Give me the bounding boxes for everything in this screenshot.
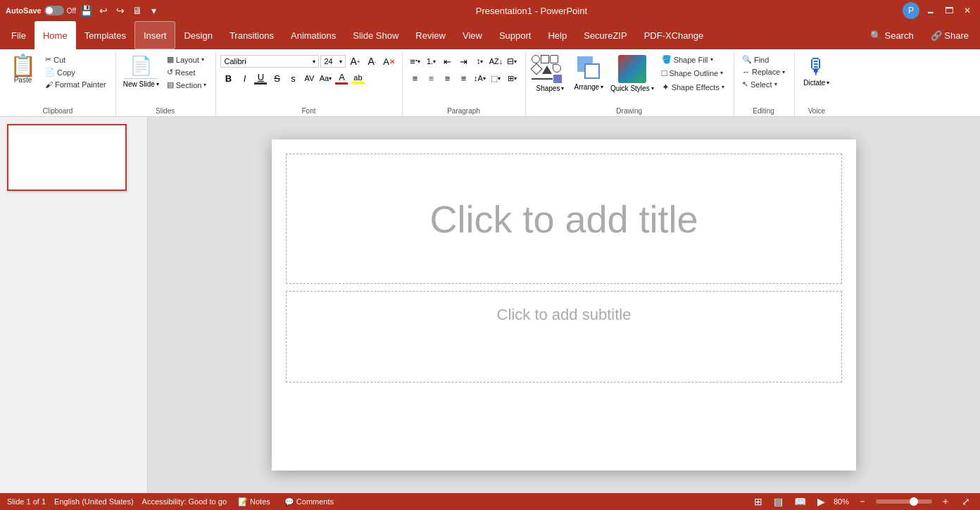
reset-label: Reset <box>175 68 196 77</box>
sort-button[interactable]: AZ↓ <box>488 54 503 69</box>
bold-button[interactable]: B <box>220 70 236 86</box>
paste-button[interactable]: 📋 Paste <box>6 54 40 85</box>
numbering-button[interactable]: 1.▾ <box>423 54 439 69</box>
shape-callout <box>553 64 561 73</box>
font-group-label: Font <box>220 106 396 116</box>
font-color-button[interactable]: A <box>334 70 349 86</box>
align-center-button[interactable]: ≡ <box>423 70 439 86</box>
dictate-button[interactable]: 🎙 Dictate ▾ <box>799 54 834 88</box>
menu-view[interactable]: View <box>454 21 491 49</box>
char-spacing-button[interactable]: AV <box>301 70 317 86</box>
text-direction-button[interactable]: ↕A▾ <box>472 70 487 86</box>
italic-button[interactable]: I <box>237 70 252 86</box>
format-painter-button[interactable]: 🖌 Format Painter <box>42 79 110 90</box>
menu-templates[interactable]: Templates <box>76 21 134 49</box>
section-button[interactable]: ▤ Section ▾ <box>163 79 211 91</box>
new-slide-button[interactable]: 📄 New Slide ▾ <box>120 54 162 89</box>
shape-outline-label: Shape Outline <box>670 69 719 77</box>
increase-font-button[interactable]: A+ <box>347 54 363 69</box>
zoom-in-button[interactable]: ＋ <box>938 495 953 508</box>
align-right-button[interactable]: ≡ <box>439 70 455 86</box>
zoom-out-button[interactable]: － <box>855 495 870 508</box>
select-button[interactable]: ↖ Select ▾ <box>739 78 789 90</box>
shape-outline-button[interactable]: □ Shape Outline ▾ <box>658 66 728 80</box>
justify-button[interactable]: ≡ <box>456 70 471 86</box>
zoom-slider[interactable] <box>876 499 932 504</box>
title-bar-center: Presentation1 - PowerPoint <box>476 6 587 16</box>
shape-effects-icon: ✦ <box>662 82 670 92</box>
comments-button[interactable]: 💬 Comments <box>282 497 337 506</box>
layout-button[interactable]: ▦ Layout ▾ <box>163 54 211 66</box>
line-spacing-button[interactable]: ↕▾ <box>472 54 487 69</box>
slide-panel: 1 <box>0 117 148 493</box>
layout-label: Layout <box>176 56 199 64</box>
reading-view-button[interactable]: 📖 <box>791 496 809 507</box>
redo-icon[interactable]: ↪ <box>114 4 127 17</box>
replace-button[interactable]: ↔ Replace ▾ <box>739 66 789 77</box>
replace-label: Replace <box>752 68 780 76</box>
clear-formatting-button[interactable]: A✕ <box>381 54 396 69</box>
menu-help[interactable]: Help <box>539 21 575 49</box>
smart-art-convert-button[interactable]: ⬚▾ <box>488 70 503 86</box>
undo-icon[interactable]: ↩ <box>97 4 110 17</box>
minimize-button[interactable]: 🗕 <box>924 4 938 18</box>
decrease-indent-button[interactable]: ⇤ <box>439 54 455 69</box>
slideshow-view-button[interactable]: ▶ <box>815 496 828 507</box>
user-avatar[interactable]: P <box>903 2 919 19</box>
normal-view-button[interactable]: ⊞ <box>751 496 765 507</box>
slides-group: 📄 New Slide ▾ ▦ Layout ▾ ↺ Reset ▤ <box>118 52 217 116</box>
slide-sorter-button[interactable]: ▤ <box>771 496 786 507</box>
menu-search[interactable]: 🔍Search <box>862 21 922 49</box>
align-left-button[interactable]: ≡ <box>407 70 422 86</box>
menu-slideshow[interactable]: Slide Show <box>344 21 407 49</box>
strikethrough-button[interactable]: S <box>269 70 284 86</box>
autosave-toggle[interactable] <box>44 6 64 15</box>
menu-animations[interactable]: Animations <box>282 21 344 49</box>
change-case-button[interactable]: Aa▾ <box>318 70 333 86</box>
bullets-button[interactable]: ≡•▾ <box>407 54 422 69</box>
zoom-thumb <box>910 497 918 506</box>
section-arrow: ▾ <box>203 82 206 88</box>
maximize-button[interactable]: 🗖 <box>942 4 956 18</box>
subtitle-placeholder[interactable]: Click to add subtitle <box>286 291 842 382</box>
reset-button[interactable]: ↺ Reset <box>163 66 211 78</box>
menu-support[interactable]: Support <box>491 21 540 49</box>
find-button[interactable]: 🔍 Find <box>739 54 789 66</box>
menu-design[interactable]: Design <box>175 21 220 49</box>
menu-file[interactable]: File <box>3 21 34 49</box>
menu-pdfxchange[interactable]: PDF-XChange <box>636 21 712 49</box>
copy-button[interactable]: 📄 Copy <box>42 66 110 78</box>
customize-qat-icon[interactable]: ▾ <box>148 4 161 17</box>
highlight-button[interactable]: ab <box>350 70 365 86</box>
editing-group-label: Editing <box>739 106 789 116</box>
save-icon[interactable]: 💾 <box>80 4 93 17</box>
shape-effects-button[interactable]: ✦ Shape Effects ▾ <box>658 80 728 94</box>
cut-button[interactable]: ✂ Cut <box>42 54 110 66</box>
share-button[interactable]: 🔗 Share <box>922 21 977 49</box>
notes-button[interactable]: 📝 Notes <box>235 497 273 506</box>
font-name-input[interactable]: Calibri ▾ <box>220 55 319 68</box>
menu-transitions[interactable]: Transitions <box>221 21 282 49</box>
shapes-button[interactable]: Shapes ▾ <box>530 54 570 92</box>
columns-button[interactable]: ⊟▾ <box>504 54 520 69</box>
underline-button[interactable]: U <box>253 70 268 86</box>
menu-securezip[interactable]: SecureZIP <box>575 21 635 49</box>
increase-indent-button[interactable]: ⇥ <box>456 54 471 69</box>
shadow-button[interactable]: s <box>285 70 301 86</box>
layout-arrow: ▾ <box>201 56 204 63</box>
slide-thumbnail-1[interactable]: 1 <box>7 124 127 191</box>
shape-outline-icon: □ <box>662 68 667 78</box>
title-placeholder[interactable]: Click to add title <box>286 154 842 284</box>
menu-insert[interactable]: Insert <box>134 21 176 49</box>
menu-home[interactable]: Home <box>34 21 76 49</box>
font-size-input[interactable]: 24 ▾ <box>320 55 346 68</box>
decrease-font-button[interactable]: A- <box>364 54 379 69</box>
arrange-button[interactable]: Arrange ▾ <box>571 54 606 92</box>
quick-styles-button[interactable]: Quick Styles ▾ <box>608 54 657 94</box>
shape-fill-button[interactable]: 🪣 Shape Fill ▾ <box>658 54 728 66</box>
presenter-icon[interactable]: 🖥 <box>131 4 144 17</box>
text-columns-button[interactable]: ⊞▾ <box>504 70 520 86</box>
menu-review[interactable]: Review <box>407 21 454 49</box>
fit-window-button[interactable]: ⤢ <box>959 496 973 507</box>
close-button[interactable]: ✕ <box>960 4 974 18</box>
